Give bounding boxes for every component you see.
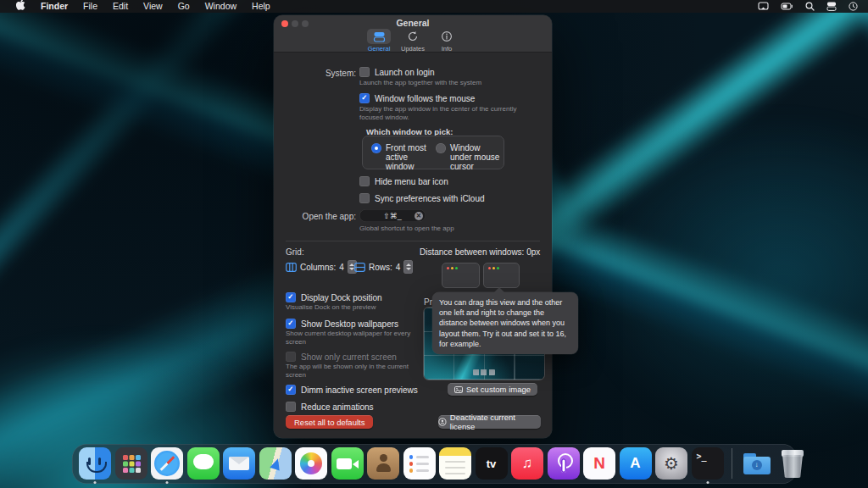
window-follows-mouse-label: Window follows the mouse [375,94,475,103]
menu-go[interactable]: Go [170,0,198,13]
dock-messages[interactable] [187,447,220,480]
dock-reminders[interactable] [403,447,436,480]
reduce-animations-row[interactable]: Reduce animations [286,402,374,412]
reduce-animations-checkbox[interactable] [286,402,296,412]
battery-icon[interactable] [781,3,793,10]
dock-settings[interactable]: ⚙ [655,447,687,480]
info-tab-icon [435,29,459,44]
dock-mail[interactable] [223,447,255,480]
only-current-screen-description: The app will be shown only in the curren… [286,363,413,379]
spotlight-search-icon[interactable] [805,2,815,11]
general-tab-label: General [368,45,391,53]
notes-icon [439,447,471,480]
dimm-previews-row[interactable]: Dimm inactive screen previews [286,385,418,395]
window-follows-mouse-description: Display the app window in the center of … [359,105,542,121]
deactivate-license-button[interactable]: Deactivate current license [438,415,541,429]
show-wallpapers-label: Show Desktop wallpapers [301,319,398,329]
app-store-icon: A [620,447,652,480]
open-app-section-label: Open the app: [279,212,356,221]
tab-general[interactable]: General [364,29,394,53]
menu-app-name[interactable]: Finder [33,0,75,13]
hide-menu-bar-row[interactable]: Hide menu bar icon [359,176,448,186]
news-icon: N [583,447,615,480]
music-icon: ♫ [511,447,543,480]
maps-icon [259,447,292,480]
tab-info[interactable]: Info [431,29,462,53]
display-dock-row[interactable]: Display Dock position [286,292,382,302]
radio-window-under[interactable]: Window under mouse cursor [436,143,501,171]
window-header: General General Updates [274,15,552,53]
podcasts-icon [548,447,580,480]
menu-file[interactable]: File [75,0,105,13]
hide-menu-bar-checkbox[interactable] [359,176,370,186]
display-dock-checkbox[interactable] [286,292,296,302]
window-follows-mouse-row[interactable]: Window follows the mouse [359,93,475,103]
shortcut-field[interactable]: ⇧⌘_ ✕ [359,209,426,222]
clock-icon[interactable] [849,2,858,11]
sync-icloud-checkbox[interactable] [359,193,370,203]
tab-updates[interactable]: Updates [398,29,428,53]
launchpad-icon [115,447,147,480]
dock-music[interactable]: ♫ [511,447,543,480]
dock-launchpad[interactable] [115,447,147,480]
menu-window[interactable]: Window [198,0,244,13]
downloads-folder-icon: ↓ [741,447,773,480]
window-content: System: Launch on login Launch the app t… [274,53,552,438]
window-follows-mouse-checkbox[interactable] [359,93,370,103]
window-under-radio[interactable] [436,143,446,153]
launch-on-login-row[interactable]: Launch on login [359,67,435,77]
info-tab-label: Info [442,45,453,53]
display-dock-description: Visualise Dock on the preview [286,303,376,312]
menu-view[interactable]: View [136,0,170,13]
photos-icon [295,447,327,480]
set-custom-image-button[interactable]: Set custom image [448,383,537,396]
shortcut-clear-icon[interactable]: ✕ [415,212,423,220]
dock-facetime[interactable] [331,447,364,480]
columns-label: Columns: [300,263,336,272]
dock-finder[interactable] [79,447,111,480]
dock-safari[interactable] [151,447,183,480]
radio-front-most[interactable]: Front most active window [371,143,433,171]
dock-terminal[interactable] [692,447,724,480]
rows-label: Rows: [369,263,392,272]
distance-window-left[interactable] [442,263,480,288]
preferences-window: General General Updates [274,15,552,438]
app-windows-menu-icon[interactable] [826,2,837,11]
show-wallpapers-checkbox[interactable] [286,319,296,329]
menu-edit[interactable]: Edit [105,0,136,13]
dock-appstore[interactable]: A [620,447,652,480]
menu-bar: Finder File Edit View Go Window Help [0,0,868,13]
dock-contacts[interactable] [367,447,399,480]
dock-downloads[interactable]: ↓ [741,447,773,480]
distance-tooltip: You can drag this view and the other one… [432,292,578,354]
columns-value: 4 [339,263,344,272]
reset-defaults-button[interactable]: Reset all to defaults [286,415,373,429]
rows-value: 4 [396,263,401,272]
rows-stepper[interactable] [403,260,413,274]
facetime-icon [331,447,364,480]
dimm-previews-checkbox[interactable] [286,385,296,395]
apple-menu-icon[interactable] [8,0,33,14]
general-tab-icon [367,29,391,44]
image-icon [454,386,463,393]
dock-notes[interactable] [439,447,471,480]
menu-help[interactable]: Help [244,0,278,13]
dock-tv[interactable]: tv [476,447,508,480]
dock-trash[interactable] [776,447,809,480]
dock-photos[interactable] [295,447,327,480]
rows-icon [354,263,365,272]
only-current-screen-label: Show only current screen [301,352,397,362]
launch-on-login-checkbox[interactable] [359,67,370,77]
front-most-radio[interactable] [371,143,381,153]
dock-maps[interactable] [259,447,292,480]
distance-window-right[interactable] [483,263,520,288]
screen-mirroring-icon[interactable] [758,2,769,11]
dock-podcasts[interactable] [548,447,580,480]
running-indicator [166,481,169,484]
dock-news[interactable]: N [583,447,615,480]
sync-icloud-row[interactable]: Sync preferences with iCloud [359,193,485,203]
show-wallpapers-row[interactable]: Show Desktop wallpapers [286,319,398,329]
front-most-label: Front most active window [386,143,433,171]
hide-menu-bar-label: Hide menu bar icon [375,177,448,186]
display-dock-label: Display Dock position [301,293,382,302]
